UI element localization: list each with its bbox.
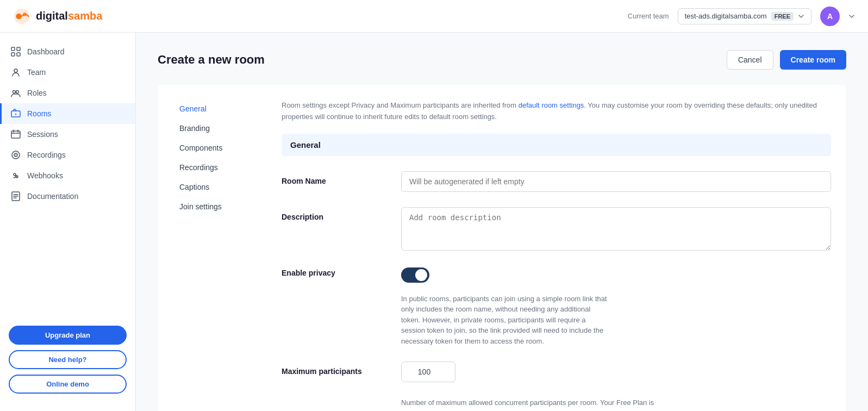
sidebar-item-label: Roles (27, 89, 47, 97)
sidebar-item-rooms[interactable]: Rooms (0, 103, 135, 124)
dashboard-icon (11, 47, 21, 57)
room-name-input-wrapper (401, 171, 831, 192)
form-nav-captions[interactable]: Captions (173, 178, 260, 196)
header: digitalsamba Current team test-ads.digit… (0, 0, 868, 33)
description-input-wrapper (401, 207, 831, 252)
room-name-field: Room Name (282, 171, 831, 192)
sidebar-item-webhooks[interactable]: Webhooks (0, 165, 135, 186)
max-participants-input[interactable] (401, 362, 455, 382)
sidebar-item-label: Team (27, 68, 46, 77)
sidebar-item-team[interactable]: Team (0, 62, 135, 83)
sidebar-item-label: Documentation (27, 192, 78, 201)
need-help-button[interactable]: Need help? (9, 350, 127, 369)
max-participants-field: Maximum participants (282, 362, 831, 382)
documentation-icon (11, 191, 21, 201)
webhooks-icon (11, 171, 21, 180)
svg-point-7 (14, 69, 17, 72)
enable-privacy-label: Enable privacy (282, 267, 401, 277)
form-info: Room settings except Privacy and Maximum… (282, 100, 831, 123)
create-room-button[interactable]: Create room (780, 50, 846, 70)
team-icon (11, 67, 21, 77)
sidebar-item-label: Recordings (27, 151, 66, 159)
content-area: General Branding Components Recordings C… (158, 85, 846, 411)
sidebar-item-label: Rooms (27, 109, 51, 118)
room-name-label: Room Name (282, 171, 401, 185)
sidebar-item-label: Dashboard (27, 47, 65, 56)
max-participants-label: Maximum participants (282, 362, 401, 376)
svg-rect-3 (11, 47, 15, 51)
svg-rect-11 (11, 131, 20, 138)
svg-rect-5 (11, 53, 15, 56)
svg-point-8 (13, 91, 16, 94)
logo-text: digitalsamba (36, 10, 102, 22)
form-nav-join-settings[interactable]: Join settings (173, 198, 260, 215)
team-name: test-ads.digitalsamba.com (685, 12, 767, 20)
logo-icon (13, 8, 30, 25)
default-room-settings-link[interactable]: default room settings (519, 101, 584, 109)
rooms-icon (11, 109, 21, 119)
team-plan-badge: FREE (771, 12, 794, 21)
team-selector[interactable]: test-ads.digitalsamba.com FREE (678, 8, 811, 24)
description-input[interactable] (401, 207, 831, 251)
current-team-label: Current team (628, 12, 669, 20)
form-content: Room settings except Privacy and Maximum… (282, 100, 831, 411)
privacy-description-row: In public rooms, participants can join u… (282, 289, 831, 347)
logo: digitalsamba (13, 8, 102, 25)
form-nav-branding[interactable]: Branding (173, 120, 260, 137)
roles-icon (11, 88, 21, 98)
toggle-slider (401, 267, 429, 283)
form-nav: General Branding Components Recordings C… (173, 100, 260, 411)
sidebar-bottom: Upgrade plan Need help? Online demo (0, 317, 135, 402)
sidebar-item-roles[interactable]: Roles (0, 83, 135, 103)
upgrade-plan-button[interactable]: Upgrade plan (9, 326, 127, 345)
online-demo-button[interactable]: Online demo (9, 375, 127, 394)
sidebar-item-documentation[interactable]: Documentation (0, 186, 135, 207)
sidebar-nav: Dashboard Team Roles Rooms (0, 41, 135, 317)
recordings-icon (11, 150, 21, 160)
sidebar-item-recordings[interactable]: Recordings (0, 145, 135, 165)
page-title: Create a new room (158, 53, 265, 67)
page-header: Create a new room Cancel Create room (158, 50, 846, 70)
svg-rect-4 (17, 47, 20, 51)
enable-privacy-toggle[interactable] (401, 267, 429, 283)
max-participants-description: Number of maximum allowed concurrent par… (401, 397, 673, 411)
avatar-dropdown-icon[interactable] (848, 13, 855, 20)
header-right: Current team test-ads.digitalsamba.com F… (628, 7, 855, 26)
enable-privacy-field: Enable privacy (282, 267, 831, 283)
description-field: Description (282, 207, 831, 252)
description-label: Description (282, 207, 401, 221)
section-header-general: General (282, 134, 831, 156)
sidebar-item-label: Sessions (27, 130, 58, 139)
form-nav-recordings[interactable]: Recordings (173, 159, 260, 176)
sidebar-item-sessions[interactable]: Sessions (0, 124, 135, 145)
chevron-down-icon (798, 13, 804, 20)
main-content: Create a new room Cancel Create room Gen… (136, 33, 868, 411)
avatar[interactable]: A (820, 7, 840, 26)
svg-point-14 (15, 154, 16, 155)
svg-rect-6 (17, 53, 20, 56)
header-actions: Cancel Create room (727, 50, 846, 70)
svg-point-9 (16, 91, 19, 94)
sidebar-item-label: Webhooks (27, 171, 63, 180)
room-name-input[interactable] (401, 171, 831, 192)
sessions-icon (11, 129, 21, 139)
form-nav-general[interactable]: General (173, 100, 260, 117)
svg-point-1 (16, 13, 22, 19)
max-participants-description-row: Number of maximum allowed concurrent par… (282, 397, 831, 411)
privacy-description: In public rooms, participants can join u… (401, 294, 608, 347)
cancel-button[interactable]: Cancel (727, 50, 773, 70)
max-participants-input-wrapper (401, 362, 831, 382)
sidebar: Dashboard Team Roles Rooms (0, 33, 136, 411)
sidebar-item-dashboard[interactable]: Dashboard (0, 41, 135, 62)
layout: Dashboard Team Roles Rooms (0, 33, 868, 411)
form-nav-components[interactable]: Components (173, 139, 260, 157)
